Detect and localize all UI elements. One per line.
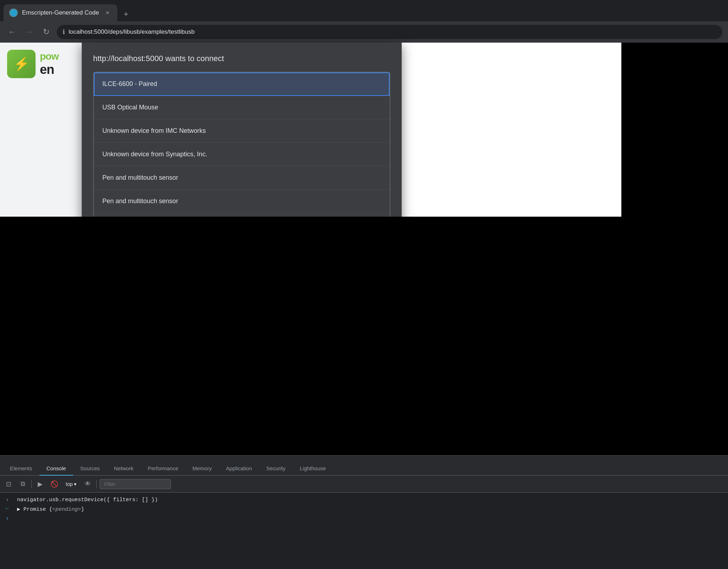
devtools-tab-security[interactable]: Security	[259, 462, 293, 476]
console-arrow-1: ←	[6, 506, 13, 512]
eye-button[interactable]: 👁	[82, 478, 93, 490]
device-item-1[interactable]: USB Optical Mouse	[94, 96, 390, 119]
address-bar[interactable]: ℹ localhost:5000/deps/libusb/examples/te…	[57, 25, 722, 39]
devtools-tab-sources[interactable]: Sources	[73, 462, 107, 476]
toolbar-separator-2	[96, 480, 97, 488]
address-text: localhost:5000/deps/libusb/examples/test…	[69, 28, 194, 36]
device-item-0[interactable]: ILCE-6600 - Paired	[94, 72, 390, 96]
devtools-tab-application[interactable]: Application	[219, 462, 259, 476]
devtools-tab-lighthouse[interactable]: Lighthouse	[293, 462, 333, 476]
page-sidebar-bg: ⚡ pow en	[0, 43, 82, 217]
logo-text: pow en	[40, 51, 59, 77]
console-result-1: ▶ Promise {<pending>}	[17, 506, 84, 513]
console-cursor: ›	[6, 515, 9, 522]
device-item-5[interactable]: Pen and multitouch sensor	[94, 190, 390, 213]
device-toggle-button[interactable]: ⧉	[17, 478, 28, 490]
devtools-panel: ElementsConsoleSourcesNetworkPerformance…	[0, 455, 728, 569]
top-context-chevron: ▾	[74, 481, 76, 487]
devtools-tab-console[interactable]: Console	[39, 462, 73, 476]
tab-close-button[interactable]: ×	[103, 9, 112, 17]
page-background-right	[621, 43, 728, 217]
device-item-2[interactable]: Unknown device from IMC Networks	[94, 119, 390, 143]
devtools-tab-memory[interactable]: Memory	[186, 462, 219, 476]
console-output: › navigator.usb.requestDevice({ filters:…	[0, 493, 728, 526]
play-button[interactable]: ▶	[34, 478, 46, 490]
logo-icon: ⚡	[7, 50, 36, 78]
devtools-tab-network[interactable]: Network	[107, 462, 141, 476]
browser-chrome: 🌐 Emscripten-Generated Code × + ← → ↻ ℹ …	[0, 0, 728, 43]
logo-text-pow: pow	[40, 51, 59, 62]
devtools-tab-performance[interactable]: Performance	[141, 462, 186, 476]
back-button[interactable]: ←	[6, 26, 18, 38]
device-item-4[interactable]: Pen and multitouch sensor	[94, 166, 390, 190]
console-prompt-1: ›	[6, 497, 13, 503]
nav-bar: ← → ↻ ℹ localhost:5000/deps/libusb/examp…	[0, 21, 728, 43]
toolbar-separator	[31, 480, 32, 488]
logo-text-en: en	[40, 62, 59, 77]
devtools-toolbar: ⊡ ⧉ ▶ 🚫 top ▾ 👁	[0, 476, 728, 493]
active-tab[interactable]: 🌐 Emscripten-Generated Code ×	[4, 4, 117, 21]
console-input-line: ›	[6, 515, 722, 522]
forward-button[interactable]: →	[23, 26, 36, 38]
devtools-tab-elements[interactable]: Elements	[3, 462, 39, 476]
content-area: ⚡ pow en http://localhost:5000 wants to …	[0, 43, 728, 569]
new-tab-button[interactable]: +	[119, 7, 133, 21]
top-context-selector[interactable]: top ▾	[63, 480, 79, 488]
no-symbol-button[interactable]: 🚫	[49, 478, 60, 490]
console-line-2: ← ▶ Promise {<pending>}	[6, 506, 722, 513]
console-line-1: › navigator.usb.requestDevice({ filters:…	[6, 497, 722, 503]
tab-bar: 🌐 Emscripten-Generated Code × +	[0, 0, 728, 21]
tab-title: Emscripten-Generated Code	[22, 9, 99, 16]
top-context-label: top	[66, 481, 73, 487]
device-item-3[interactable]: Unknown device from Synaptics, Inc.	[94, 143, 390, 166]
info-icon: ℹ	[63, 28, 65, 36]
reload-button[interactable]: ↻	[40, 26, 53, 38]
console-filter-input[interactable]	[100, 479, 171, 489]
devtools-tabs: ElementsConsoleSourcesNetworkPerformance…	[0, 456, 728, 476]
middle-black-area	[0, 217, 728, 455]
inspect-element-button[interactable]: ⊡	[3, 478, 14, 490]
tab-favicon: 🌐	[9, 9, 18, 17]
logo-area: ⚡ pow en	[7, 50, 59, 78]
dialog-title: http://localhost:5000 wants to connect	[93, 54, 390, 63]
console-command-1: navigator.usb.requestDevice({ filters: […	[17, 497, 158, 503]
